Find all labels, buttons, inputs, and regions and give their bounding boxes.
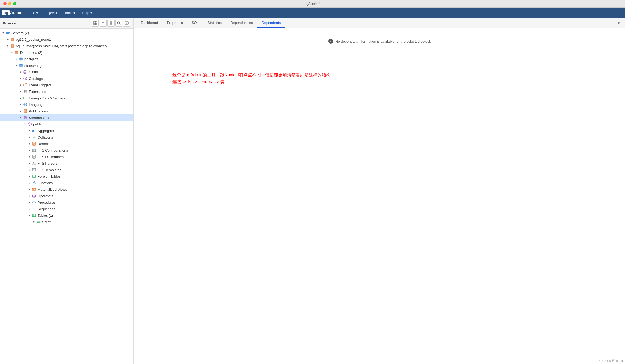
svg-point-14 (9, 33, 10, 34)
tree-node-catalogs[interactable]: C Catalogs (0, 75, 133, 82)
window-controls[interactable] (3, 2, 16, 5)
tree-node-public[interactable]: public (0, 121, 133, 127)
tab-dashboard[interactable]: Dashboard (137, 18, 163, 28)
toggle-casts[interactable] (18, 70, 23, 74)
delete-button[interactable] (107, 20, 115, 27)
toggle-fts-templates[interactable] (27, 168, 32, 172)
tree-node-sequences[interactable]: 1.2.3 Sequences (0, 206, 133, 212)
toggle-databases[interactable] (10, 50, 14, 55)
tree-node-matviews[interactable]: Materialized Views (0, 186, 133, 193)
toggle-postgres[interactable] (14, 57, 18, 61)
svg-point-13 (9, 32, 10, 32)
toggle-tables[interactable] (27, 213, 32, 218)
tree-node-extensions[interactable]: Extensions (0, 88, 133, 95)
pg-in-mac-icon: ⚙ (10, 43, 15, 48)
menu-file[interactable]: File ▾ (27, 10, 41, 16)
toggle-stonewang[interactable] (14, 63, 18, 68)
toggle-operators[interactable] (27, 194, 32, 198)
tab-sql[interactable]: SQL (187, 18, 203, 28)
tree-node-event-triggers[interactable]: Event Triggers (0, 82, 133, 88)
toggle-publications[interactable] (18, 109, 23, 113)
tree-node-fts-templates[interactable]: FTS Templates (0, 167, 133, 173)
content-area: i No dependant information is available … (134, 28, 625, 364)
tree-node-fts-dict[interactable]: FTS Dictionaries (0, 153, 133, 160)
toggle-aggregates[interactable] (27, 128, 32, 133)
toggle-functions[interactable] (27, 181, 32, 185)
toggle-foreign-tables[interactable] (27, 174, 32, 178)
tree-node-collations[interactable]: Collations (0, 134, 133, 140)
tree-node-fdw[interactable]: Foreign Data Wrappers (0, 95, 133, 101)
extensions-label: Extensions (29, 90, 132, 94)
toggle-catalogs[interactable] (18, 76, 23, 81)
postgres-label: postgres (24, 57, 132, 61)
tree-node-tables[interactable]: Tables (1) (0, 212, 133, 219)
toggle-event-triggers[interactable] (18, 83, 23, 87)
tree-node-fts-parsers[interactable]: Aa FTS Parsers (0, 160, 133, 167)
tree-node-pg12[interactable]: ⚙ pg12.5_docker_node1 (0, 36, 133, 43)
tables-icon (32, 213, 36, 218)
tree-node-t-test[interactable]: t_test (0, 219, 133, 225)
tree-node-domains[interactable]: D Domains (0, 140, 133, 147)
toggle-public[interactable] (23, 122, 27, 126)
tree-node-casts[interactable]: Casts (0, 69, 133, 75)
toggle-servers[interactable] (1, 31, 5, 35)
grid-view-button[interactable] (92, 20, 99, 27)
tree-node-operators[interactable]: op Operators (0, 193, 133, 199)
toggle-matviews[interactable] (27, 187, 32, 192)
svg-rect-1 (95, 21, 97, 23)
menu-object[interactable]: Object ▾ (42, 10, 60, 16)
close-panel-button[interactable]: ✕ (615, 19, 623, 27)
svg-rect-58 (32, 175, 36, 177)
browser-header: Browser (0, 18, 133, 29)
tree-node-functions[interactable]: fx Functions (0, 180, 133, 186)
tree-node-aggregates[interactable]: Aggregates (0, 127, 133, 134)
toggle-collations[interactable] (27, 135, 32, 139)
tree-node-fts-config[interactable]: FTS Configurations (0, 147, 133, 153)
tab-properties[interactable]: Properties (163, 18, 187, 28)
info-message: i No dependant information is available … (328, 39, 431, 44)
toggle-procedures[interactable] (27, 200, 32, 205)
tree-node-procedures[interactable]: Procedures (0, 199, 133, 206)
tab-dependents[interactable]: Dependents (257, 18, 285, 28)
tree-node-pg-in-mac[interactable]: ⚙ pg_in_mac(pass:Abc*1234, start postgre… (0, 43, 133, 49)
tree-node-postgres[interactable]: postgres (0, 56, 133, 62)
toggle-sequences[interactable] (27, 207, 32, 211)
toggle-fts-config[interactable] (27, 148, 32, 152)
tree-node-databases[interactable]: Databases (2) (0, 49, 133, 56)
list-view-button[interactable] (100, 20, 107, 27)
sequences-label: Sequences (38, 207, 132, 211)
toggle-domains[interactable] (27, 142, 32, 146)
toggle-fts-parsers[interactable] (27, 161, 32, 165)
tree-node-stonewang[interactable]: stonewang (0, 62, 133, 69)
fdw-icon (23, 96, 28, 101)
tree-node-foreign-tables[interactable]: Foreign Tables (0, 173, 133, 180)
tree-container[interactable]: Servers (2) ⚙ pg12.5_docker_node1 ⚙ pg_i… (0, 29, 133, 364)
menu-help[interactable]: Help ▾ (79, 10, 95, 16)
tree-node-languages[interactable]: Languages (0, 101, 133, 108)
tree-node-servers[interactable]: Servers (2) (0, 30, 133, 36)
search-button[interactable] (115, 20, 122, 27)
functions-label: Functions (38, 181, 132, 185)
tree-node-schemas[interactable]: S Schemas (1) (0, 114, 133, 121)
close-button[interactable] (3, 2, 7, 5)
toggle-schemas[interactable] (18, 115, 23, 120)
publications-label: Publications (29, 109, 132, 113)
toggle-extensions[interactable] (18, 89, 23, 94)
fts-config-label: FTS Configurations (38, 148, 132, 152)
toggle-fdw[interactable] (18, 96, 23, 100)
toggle-t-test[interactable] (32, 220, 36, 224)
toggle-pg12[interactable] (5, 37, 10, 42)
svg-text:D: D (33, 143, 35, 145)
terminal-button[interactable] (123, 20, 130, 27)
toggle-pg-in-mac[interactable] (5, 44, 10, 48)
minimize-button[interactable] (8, 2, 11, 5)
menu-tools[interactable]: Tools ▾ (61, 10, 78, 16)
tree-node-publications[interactable]: Publications (0, 108, 133, 114)
tab-dependencies[interactable]: Dependencies (226, 18, 257, 28)
maximize-button[interactable] (13, 2, 16, 5)
procedures-icon (32, 200, 36, 205)
t-test-label: t_test (42, 220, 132, 224)
toggle-fts-dict[interactable] (27, 155, 32, 159)
tab-statistics[interactable]: Statistics (203, 18, 226, 28)
toggle-languages[interactable] (18, 102, 23, 107)
